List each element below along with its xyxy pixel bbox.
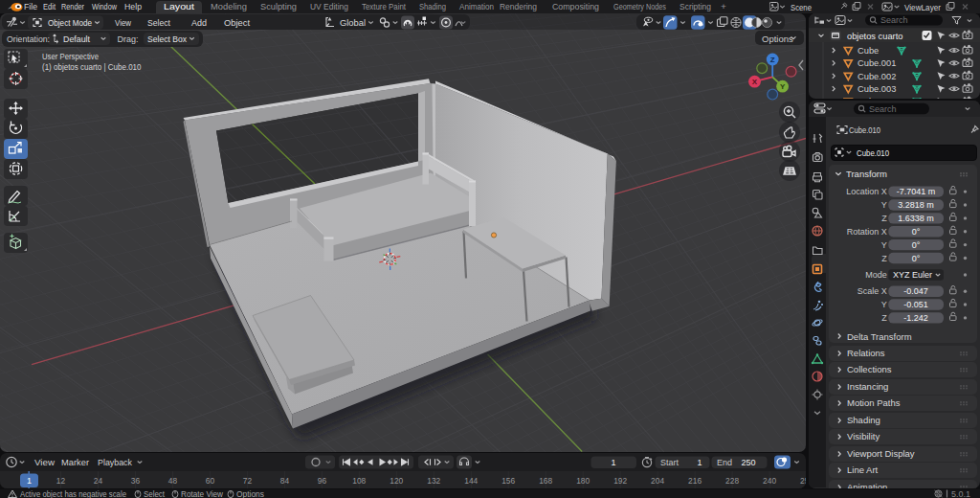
svg-text:Default: Default xyxy=(63,34,90,44)
svg-text:Line Art: Line Art xyxy=(847,464,879,475)
svg-text:204: 204 xyxy=(651,476,664,486)
svg-text:Transform: Transform xyxy=(846,169,887,179)
svg-text:Cube: Cube xyxy=(858,46,879,56)
svg-text:Search: Search xyxy=(869,104,897,114)
svg-text:Delta Transform: Delta Transform xyxy=(847,331,912,342)
svg-text:Scale X: Scale X xyxy=(858,286,887,296)
svg-text:Shading: Shading xyxy=(847,415,880,425)
svg-text:132: 132 xyxy=(427,476,440,486)
svg-text:Select Box: Select Box xyxy=(147,34,187,44)
svg-text:Help: Help xyxy=(124,2,142,11)
svg-text:X: X xyxy=(752,78,758,86)
svg-text:Z: Z xyxy=(881,313,887,323)
svg-text:Add: Add xyxy=(191,18,207,28)
svg-text:252: 252 xyxy=(800,476,806,486)
svg-text:60: 60 xyxy=(206,476,215,486)
svg-text:objetos cuarto: objetos cuarto xyxy=(847,32,902,41)
svg-text:Compositing: Compositing xyxy=(552,2,599,11)
svg-text:Render: Render xyxy=(61,2,84,11)
svg-text:Drag:: Drag: xyxy=(118,34,139,44)
svg-text:-0.051: -0.051 xyxy=(903,300,928,309)
svg-text:Rotation X: Rotation X xyxy=(847,227,887,237)
svg-text:Layout: Layout xyxy=(164,2,194,11)
svg-text:Animation: Animation xyxy=(459,2,494,11)
svg-text:Sculpting: Sculpting xyxy=(260,2,297,11)
svg-text:Global: Global xyxy=(340,18,366,28)
svg-text:-1.242: -1.242 xyxy=(903,313,928,323)
svg-text:Viewport Display: Viewport Display xyxy=(847,448,915,459)
svg-text:Geometry Nodes: Geometry Nodes xyxy=(613,2,666,11)
svg-text:Cube.002: Cube.002 xyxy=(858,72,896,81)
svg-text:Orientation:: Orientation: xyxy=(7,34,50,44)
svg-text:Texture Paint: Texture Paint xyxy=(362,2,406,11)
svg-text:UV Editing: UV Editing xyxy=(310,2,348,11)
svg-text:144: 144 xyxy=(464,476,478,486)
svg-text:24: 24 xyxy=(94,476,103,486)
svg-text:Select: Select xyxy=(144,489,165,498)
svg-text:Y: Y xyxy=(881,300,887,309)
svg-text:Y: Y xyxy=(780,82,786,91)
svg-text:Y: Y xyxy=(881,240,887,250)
svg-text:ViewLayer: ViewLayer xyxy=(904,2,941,11)
svg-text:1: 1 xyxy=(611,458,615,467)
svg-text:Object Mode: Object Mode xyxy=(48,18,92,28)
svg-text:Collections: Collections xyxy=(847,364,892,374)
svg-text:View: View xyxy=(34,458,55,467)
svg-text:Cube.004: Cube.004 xyxy=(858,97,896,99)
svg-text:Cube.003: Cube.003 xyxy=(858,84,896,94)
svg-text:1.6338 m: 1.6338 m xyxy=(898,214,934,223)
svg-text:Location X: Location X xyxy=(846,187,887,196)
svg-text:Window: Window xyxy=(92,2,117,11)
svg-text:0°: 0° xyxy=(912,240,921,250)
svg-text:Z: Z xyxy=(881,254,887,263)
svg-text:Y: Y xyxy=(881,200,887,210)
svg-text:(1) objetos cuarto | Cube.010: (1) objetos cuarto | Cube.010 xyxy=(42,61,142,72)
svg-text:240: 240 xyxy=(763,476,776,486)
svg-text:Scripting: Scripting xyxy=(679,2,711,11)
svg-text:XYZ Euler: XYZ Euler xyxy=(893,270,932,280)
svg-text:Cube.010: Cube.010 xyxy=(857,148,889,158)
svg-text:Visibility: Visibility xyxy=(847,431,880,441)
svg-text:96: 96 xyxy=(318,476,327,486)
svg-text:Playback: Playback xyxy=(98,458,132,467)
svg-text:Instancing: Instancing xyxy=(847,381,888,392)
svg-text:12: 12 xyxy=(56,476,66,486)
svg-text:72: 72 xyxy=(243,476,253,486)
svg-text:Select: Select xyxy=(147,18,170,28)
svg-text:120: 120 xyxy=(390,476,403,486)
svg-text:Marker: Marker xyxy=(61,458,89,467)
svg-text:Scene: Scene xyxy=(791,2,812,11)
svg-text:156: 156 xyxy=(501,476,515,486)
svg-text:Cube.001: Cube.001 xyxy=(858,58,896,68)
svg-text:Relations: Relations xyxy=(847,348,885,358)
svg-text:216: 216 xyxy=(688,476,702,486)
svg-text:Cube.010: Cube.010 xyxy=(849,125,880,135)
svg-text:36: 36 xyxy=(131,476,141,486)
svg-text:84: 84 xyxy=(280,476,290,486)
svg-text:Motion Paths: Motion Paths xyxy=(847,397,901,408)
svg-text:File: File xyxy=(24,2,37,11)
svg-text:-0.047: -0.047 xyxy=(903,286,928,296)
svg-text:Object: Object xyxy=(224,18,250,28)
svg-text:3.2818 m: 3.2818 m xyxy=(898,200,934,210)
svg-text:5.0.1: 5.0.1 xyxy=(951,489,970,498)
svg-text:108: 108 xyxy=(352,476,366,486)
svg-text:228: 228 xyxy=(725,476,739,486)
svg-text:Options: Options xyxy=(236,489,265,498)
svg-text:192: 192 xyxy=(613,476,627,486)
svg-text:168: 168 xyxy=(539,476,552,486)
svg-text:180: 180 xyxy=(576,476,590,486)
svg-text:1: 1 xyxy=(697,458,702,467)
svg-text:Mode: Mode xyxy=(865,270,887,280)
svg-text:View: View xyxy=(115,18,131,28)
svg-text:Active object has negative sca: Active object has negative scale xyxy=(20,489,126,498)
svg-text:Modeling: Modeling xyxy=(211,2,247,11)
svg-text:User Perspective: User Perspective xyxy=(42,51,99,61)
svg-text:Z: Z xyxy=(770,56,775,64)
svg-text:0°: 0° xyxy=(912,254,921,263)
svg-text:End: End xyxy=(717,458,732,467)
svg-text:Shading: Shading xyxy=(419,2,446,11)
svg-text:+: + xyxy=(721,2,726,11)
svg-text:48: 48 xyxy=(168,476,178,486)
svg-text:Animation: Animation xyxy=(847,482,887,488)
